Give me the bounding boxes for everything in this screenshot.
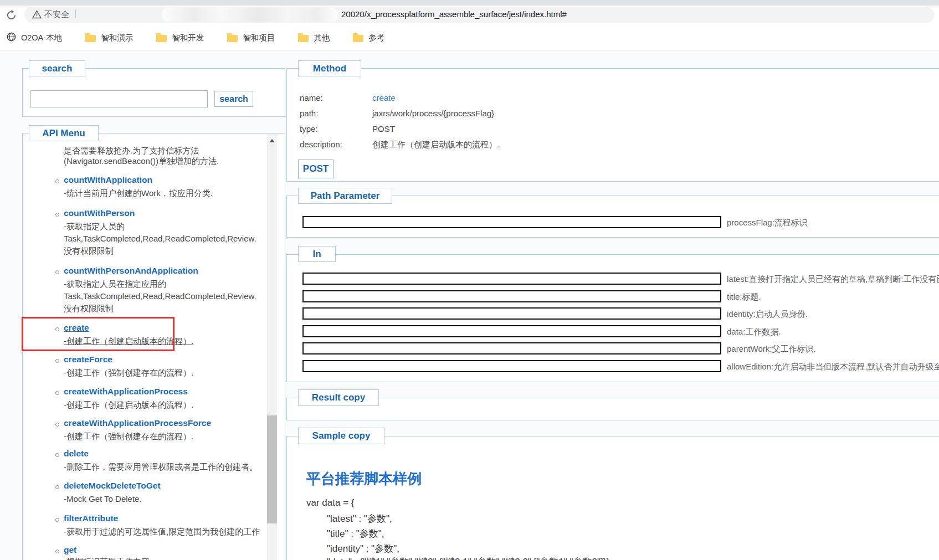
menu-item-countWithPersonAndApplication[interactable]: countWithPersonAndApplication [64,266,198,276]
folder-icon [227,35,238,42]
sample-code-line: "latest" : "参数", [327,512,392,525]
menu-item-createForce[interactable]: createForce [64,355,112,364]
menu-bullet-icon [55,391,59,395]
bookmark-folder-5[interactable]: 参考 [353,33,384,43]
blurred-host-region [162,7,338,22]
bookmark-folder-3[interactable]: 智和项目 [227,33,275,43]
menu-bullet-icon [55,359,59,363]
result-copy-legend: Result copy [298,389,379,406]
api-menu-list: 是否需要释放抢办.为了支持信标方法 (Navigator.sendBeacon(… [23,133,266,560]
menu-bullet-icon [55,518,59,522]
menu-item-desc: -创建工作（强制创建存在的流程）. [64,431,193,442]
menu-item-countWithApplication[interactable]: countWithApplication [64,175,152,185]
method-panel-legend: Method [298,60,361,76]
menu-item-desc: -创建工作（创建启动版本的流程）. [64,336,193,347]
bookmark-folder-4[interactable]: 其他 [298,33,330,43]
search-panel-legend: search [29,60,85,76]
folder-icon [353,35,363,42]
menu-item-create-selected[interactable]: create [64,323,89,333]
scrollbar-thumb[interactable] [267,415,277,523]
sample-copy-legend: Sample copy [298,428,384,444]
search-input[interactable] [30,90,208,107]
url-text: 20020/x_processplatform_assemble_surface… [341,9,567,19]
in-label-identity: identity:启动人员身份. [727,309,808,320]
sample-code-line-clipped: "data" : {"键1":"参数","键2":{"键2.1":"参数","键… [327,556,612,560]
in-input-data[interactable] [302,325,721,337]
in-input-allowEdition[interactable] [302,360,721,372]
bookmarks-bar: O2OA-本地 智和演示 智和开发 智和项目 其他 参考 [0,25,939,50]
menu-intro-line: 是否需要释放抢办.为了支持信标方法 [64,146,199,156]
api-menu-legend: API Menu [29,125,99,141]
bookmark-folder-2[interactable]: 智和开发 [156,33,204,43]
sample-copy-panel [286,436,939,560]
folder-icon [85,35,96,42]
menu-item-desc: -创建工作（创建启动版本的流程）. [64,400,193,410]
method-row-label: description: [300,140,342,149]
reload-icon[interactable] [3,7,19,23]
method-type-value: POST [372,124,395,133]
menu-item-deleteMockDeleteToGet[interactable]: deleteMockDeleteToGet [64,481,161,491]
bookmark-folder-1[interactable]: 智和演示 [85,33,133,43]
path-parameter-label: processFlag:流程标识 [727,218,808,228]
bookmark-o2oa-local[interactable]: O2OA-本地 [7,32,62,44]
menu-item-filterAttribute[interactable]: filterAttribute [64,513,118,523]
browser-chrome-strip [0,0,939,6]
security-label: 不安全 [44,9,69,20]
menu-bullet-icon [55,423,59,427]
address-bar[interactable]: 不安全 | 20020/x_processplatform_assemble_s… [24,7,934,23]
menu-item-desc: -获取指定人员的 [64,222,125,232]
menu-item-desc: -删除工作，需要应用管理权限或者是工作的创建者。 [64,462,258,472]
in-label-allowEdition: allowEdition:允许启动非当但版本流程,默认否并自动升级至 [727,362,939,372]
menu-bullet-icon [55,549,59,553]
menu-scrollbar[interactable] [267,133,277,560]
sample-heading: 平台推荐脚本样例 [306,469,422,489]
menu-item-createWithApplicationProcess[interactable]: createWithApplicationProcess [64,387,188,397]
in-input-identity[interactable] [302,307,721,320]
menu-intro-line: (Navigator.sendBeacon())单独增加的方法. [64,156,219,167]
menu-item-desc: -Mock Get To Delete. [64,494,142,504]
folder-icon [156,35,167,42]
in-input-title[interactable] [302,290,721,302]
menu-bullet-icon [55,179,59,183]
method-row-label: type: [300,124,318,133]
post-button[interactable]: POST [298,160,333,178]
menu-item-delete[interactable]: delete [64,449,89,459]
search-button[interactable]: search [214,91,253,107]
menu-item-desc: -创建工作（强制创建存在的流程）. [64,368,193,378]
url-separator: | [74,8,76,18]
menu-item-desc: Task,TaskCompleted,Read,ReadCompleted,Re… [64,234,256,243]
menu-item-desc: 没有权限限制 [64,246,114,256]
sample-code-line: var data = { [306,497,354,508]
menu-bullet-icon [55,327,59,331]
method-name-value[interactable]: create [372,93,396,102]
method-path-value: jaxrs/work/process/{processFlag} [372,109,494,118]
globe-icon [7,32,16,44]
in-input-parentWork[interactable] [302,342,721,355]
result-copy-panel [286,398,939,420]
menu-item-desc: 没有权限限制 [64,304,114,314]
menu-bullet-icon [55,270,59,274]
method-row-label: name: [300,93,323,102]
in-label-data: data:工作数据. [727,327,781,337]
menu-item-desc: -统计当前用户创建的Work，按应用分类. [64,188,213,199]
folder-icon [298,35,309,42]
menu-item-countWithPerson[interactable]: countWithPerson [64,208,135,218]
menu-item-createWithApplicationProcessForce[interactable]: createWithApplicationProcessForce [64,418,211,428]
menu-item-desc: -获取用于过滤的可选属性值,限定范围为我创建的工作 [64,527,260,537]
menu-bullet-icon [55,213,59,217]
method-description-value: 创建工作（创建启动版本的流程）. [372,140,499,150]
menu-item-get[interactable]: get [64,545,76,555]
menu-item-desc: -获取指定人员在指定应用的 [64,279,166,290]
in-label-latest: latest:直接打开指定人员已经有的草稿,草稿判断:工作没有已 [727,274,939,285]
menu-bullet-icon [55,453,59,457]
method-row-label: path: [300,109,318,118]
in-panel-legend: In [298,246,336,262]
scrollbar-up-arrow-icon[interactable] [267,137,277,145]
sample-code-line: "title" : "参数", [327,527,384,540]
menu-item-desc: -根据标识获取工作内容. [64,557,152,560]
in-label-parentWork: parentWork:父工作标识. [727,344,816,355]
path-parameter-input-processFlag[interactable] [302,216,721,228]
browser-toolbar: 不安全 | 20020/x_processplatform_assemble_s… [0,6,939,25]
not-secure-warning-icon [32,10,42,21]
in-input-latest[interactable] [302,273,721,285]
